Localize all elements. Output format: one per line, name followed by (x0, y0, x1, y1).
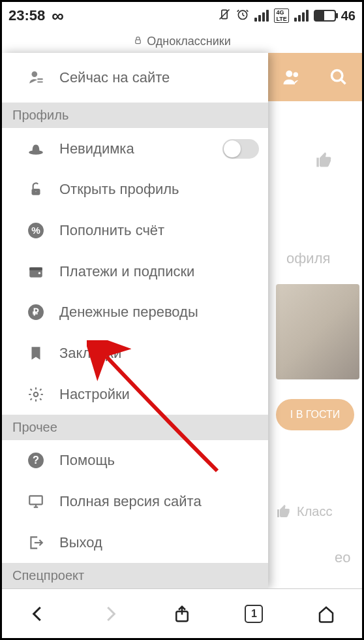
percent-icon: % (22, 222, 50, 239)
vibrate-off-icon (218, 8, 231, 24)
hat-icon (22, 140, 50, 157)
lte-badge: 4GLTE (274, 8, 288, 23)
profile-text-fragment: офиля (286, 250, 330, 267)
svg-point-22 (38, 272, 40, 274)
tab-count: 1 (251, 608, 257, 620)
sidebar-item-label: Настройки (59, 386, 130, 403)
sidebar-item-settings[interactable]: Настройки (2, 374, 268, 415)
svg-line-1 (220, 9, 230, 19)
browser-bottom-nav: 1 (2, 588, 362, 638)
sidebar-item-online[interactable]: Сейчас на сайте (2, 53, 268, 103)
friends-icon[interactable] (268, 53, 315, 101)
video-text-fragment: ео (335, 549, 350, 566)
svg-point-9 (294, 72, 299, 78)
sidebar-item-desktop[interactable]: Полная версия сайта (2, 481, 268, 522)
svg-rect-21 (29, 267, 42, 270)
svg-rect-28 (29, 496, 42, 504)
gear-icon (22, 386, 50, 403)
nav-back-button[interactable] (18, 594, 57, 633)
nav-forward-button[interactable] (91, 594, 130, 633)
sidebar-item-label: Открыть профиль (59, 181, 179, 198)
sidebar-item-bookmarks[interactable]: Закладки (2, 333, 268, 374)
svg-line-11 (341, 80, 346, 84)
nav-home-button[interactable] (307, 594, 346, 633)
section-header-profile: Профиль (2, 103, 268, 128)
sidebar-item-exit[interactable]: Выход (2, 522, 268, 563)
class-row[interactable]: Класс (276, 504, 354, 519)
exit-icon (22, 534, 50, 551)
ruble-icon: ₽ (22, 304, 50, 321)
sidebar-item-label: Платежи и подписки (59, 263, 194, 280)
sidebar-item-label: Сейчас на сайте (59, 69, 170, 86)
photo-thumbnail[interactable] (276, 284, 359, 379)
guests-button[interactable]: І В ГОСТИ (276, 399, 354, 430)
battery-icon (314, 10, 336, 22)
sidebar-item-label: Денежные переводы (59, 304, 198, 321)
svg-point-10 (332, 71, 342, 81)
status-time: 23:58 (8, 7, 45, 24)
sidebar-item-payments[interactable]: Платежи и подписки (2, 251, 268, 292)
svg-text:%: % (31, 225, 40, 236)
monitor-icon (22, 493, 50, 510)
nav-tabs-button[interactable]: 1 (234, 594, 273, 633)
sidebar-item-label: Помощь (59, 452, 115, 469)
alarm-icon (236, 8, 249, 24)
battery-pct: 46 (341, 8, 356, 24)
svg-text:₽: ₽ (33, 307, 39, 318)
svg-rect-14 (37, 82, 43, 83)
sidebar-item-label: Выход (59, 534, 102, 551)
nav-share-button[interactable] (162, 594, 202, 633)
svg-line-5 (237, 10, 239, 12)
search-icon[interactable] (315, 53, 362, 101)
app-header: Одноклассники (2, 29, 362, 53)
status-bar: 23:58 ∞ 4G LTE 4GLTE 46 (2, 2, 362, 29)
infinity-icon: ∞ (52, 6, 64, 26)
sidebar-item-label: Закладки (59, 345, 121, 362)
lock-icon (133, 35, 143, 47)
svg-text:?: ? (33, 455, 39, 466)
sidebar-item-help[interactable]: ? Помощь (2, 440, 268, 481)
section-header-special: Спецпроект (2, 563, 268, 588)
sidebar-item-label: Полная версия сайта (59, 493, 202, 510)
sidebar-item-transfers[interactable]: ₽ Денежные переводы (2, 292, 268, 333)
signal2-icon (294, 10, 309, 22)
like-icon[interactable] (315, 151, 333, 172)
sidebar-item-label: Пополнить счёт (59, 222, 164, 239)
svg-line-4 (243, 14, 245, 16)
page-title: Одноклассники (147, 35, 231, 48)
wallet-icon (22, 263, 50, 280)
unlock-icon (22, 181, 50, 198)
top-toolbar (268, 53, 362, 101)
svg-line-6 (247, 10, 249, 12)
sidebar-item-topup[interactable]: % Пополнить счёт (2, 210, 268, 251)
svg-point-17 (35, 191, 37, 193)
section-header-other: Прочее (2, 415, 268, 440)
sidebar-item-label: Невидимка (59, 140, 134, 157)
svg-point-25 (34, 392, 38, 396)
signal-icon (254, 10, 269, 22)
bookmark-icon (22, 345, 50, 362)
sidebar-item-open-profile[interactable]: Открыть профиль (2, 169, 268, 210)
svg-point-12 (32, 71, 38, 77)
sidebar-menu: Сейчас на сайте Профиль Невидимка Открыт… (2, 53, 268, 588)
svg-point-8 (286, 71, 292, 77)
svg-rect-13 (37, 78, 43, 80)
help-icon: ? (22, 452, 50, 469)
svg-rect-7 (136, 40, 141, 44)
class-label: Класс (297, 504, 332, 519)
online-icon (22, 69, 50, 86)
invisible-toggle[interactable] (222, 139, 259, 159)
sidebar-item-invisible[interactable]: Невидимка (2, 128, 268, 169)
